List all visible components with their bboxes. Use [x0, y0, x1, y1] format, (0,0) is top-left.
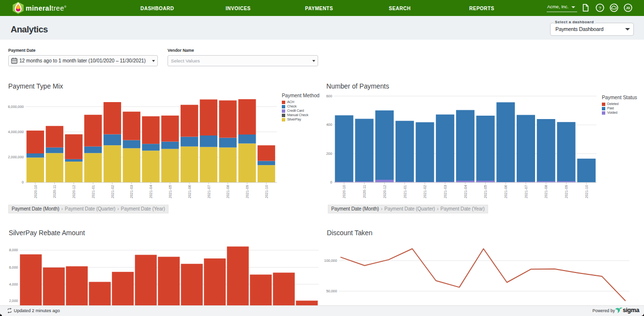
svg-text:2021-04: 2021-04	[149, 185, 153, 198]
svg-text:2021-08: 2021-08	[544, 185, 548, 198]
svg-text:0: 0	[22, 180, 24, 184]
svg-text:2021-05: 2021-05	[168, 185, 172, 198]
svg-text:2021-05: 2021-05	[483, 185, 488, 198]
svg-text:50,000: 50,000	[326, 289, 337, 293]
svg-text:2021-06: 2021-06	[504, 185, 508, 198]
svg-text:2021-03: 2021-03	[443, 185, 447, 198]
svg-text:2,000: 2,000	[9, 299, 18, 303]
svg-text:6,000: 6,000	[9, 265, 18, 270]
svg-text:200: 200	[326, 151, 332, 156]
svg-text:2021-10: 2021-10	[264, 185, 269, 198]
svg-text:2021-01: 2021-01	[403, 185, 407, 198]
svg-text:400: 400	[326, 122, 332, 127]
svg-text:2021-02: 2021-02	[110, 185, 115, 198]
svg-text:2021-09: 2021-09	[245, 185, 249, 198]
svg-text:2021-06: 2021-06	[187, 185, 192, 198]
svg-text:2021-07: 2021-07	[524, 185, 528, 198]
svg-text:2021-04: 2021-04	[463, 185, 468, 198]
svg-text:2021-02: 2021-02	[423, 185, 427, 198]
svg-text:2021-08: 2021-08	[226, 185, 230, 198]
svg-text:600: 600	[326, 94, 332, 98]
svg-text:2020-12: 2020-12	[72, 185, 76, 198]
svg-text:8,000: 8,000	[9, 248, 18, 252]
svg-text:2020-10: 2020-10	[33, 185, 38, 198]
svg-text:2020-12: 2020-12	[383, 185, 387, 198]
svg-text:0: 0	[330, 180, 332, 184]
svg-text:2020-11: 2020-11	[362, 185, 367, 198]
svg-text:2020-11: 2020-11	[52, 185, 57, 198]
svg-text:6,000,000: 6,000,000	[8, 105, 24, 109]
svg-text:2021-09: 2021-09	[564, 185, 568, 198]
svg-text:2021-07: 2021-07	[207, 185, 211, 198]
svg-text:4,000: 4,000	[9, 282, 18, 286]
svg-text:2021-03: 2021-03	[129, 185, 134, 198]
svg-text:2021-01: 2021-01	[91, 185, 95, 198]
svg-text:100,000: 100,000	[324, 258, 337, 263]
svg-text:2,000,000: 2,000,000	[8, 155, 24, 159]
svg-text:4,000,000: 4,000,000	[8, 130, 24, 134]
svg-text:2020-10: 2020-10	[342, 185, 346, 198]
svg-text:2021-10: 2021-10	[584, 185, 589, 198]
